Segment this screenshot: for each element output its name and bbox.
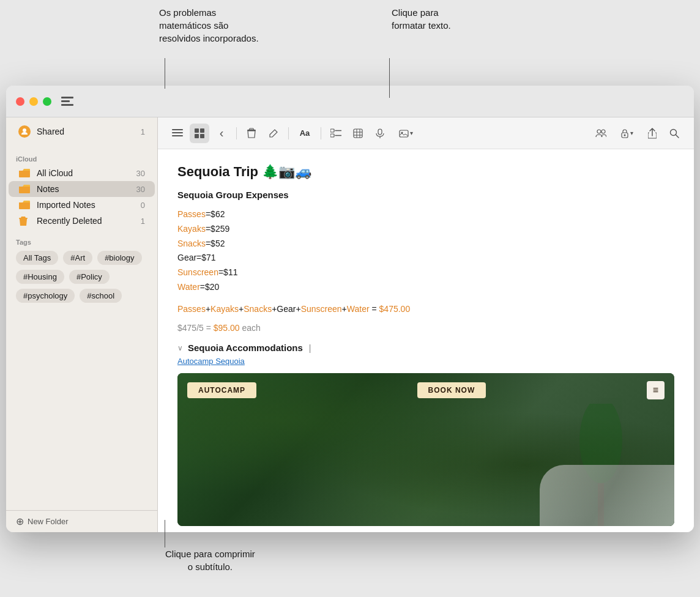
imported-label: Imported Notes [37,200,135,210]
svg-rect-2 [61,104,73,106]
attachment-button[interactable]: ▾ [392,124,419,143]
collaboration-button[interactable] [591,124,611,143]
folder-icon-imported [18,200,31,210]
separator-2 [288,127,289,139]
compose-button[interactable] [264,124,283,143]
table-button[interactable] [348,124,368,143]
svg-rect-1 [61,100,70,102]
svg-rect-22 [378,129,382,135]
sidebar-item-notes[interactable]: Notes 30 [9,181,155,197]
sidebar-item-shared[interactable]: Shared 1 [9,122,155,141]
section-header: ∨ Sequoia Accommodations | [177,343,674,353]
expense-gear: Gear=$71 [177,251,674,265]
math-annotation: Os problemasmatemáticos sãoresolvidos in… [159,6,259,45]
web-preview: AUTOCAMP BOOK NOW ≡ [177,373,674,526]
note-title: Sequoia Trip 🌲📷🚙 [177,164,674,180]
content-area: Shared 1 iCloud All iCloud 30 [6,117,694,532]
format-annotation: Clique paraformatar texto. [392,6,451,32]
search-button[interactable] [665,124,684,143]
tag-art[interactable]: #Art [63,251,92,265]
svg-rect-13 [330,129,334,132]
deleted-label: Recently Deleted [37,216,135,226]
expense-snacks: Snacks=$52 [177,237,674,251]
grid-view-button[interactable] [190,124,209,143]
cursor-indicator: | [309,343,311,353]
sidebar-item-deleted[interactable]: Recently Deleted 1 [9,213,155,229]
collapse-button[interactable]: ∨ [177,344,183,352]
list-view-button[interactable] [168,124,187,143]
note-subtitle: Sequoia Group Expenses [177,190,674,200]
main-content: ‹ Aa [158,117,694,532]
shared-icon [18,125,31,138]
sidebar-item-all-icloud[interactable]: All iCloud 30 [9,165,155,181]
tag-all-tags[interactable]: All Tags [16,251,58,265]
svg-rect-24 [400,130,408,137]
svg-rect-17 [354,129,362,138]
maximize-button[interactable] [43,97,51,106]
sidebar: Shared 1 iCloud All iCloud 30 [6,117,158,532]
book-now-button[interactable]: BOOK NOW [417,382,486,398]
audio-button[interactable] [370,124,390,143]
math-sum-line: Passes+Kayaks+Snacks+Gear+Sunscreen+Wate… [177,302,674,316]
callout-line-math [165,58,165,89]
back-button[interactable]: ‹ [212,124,231,143]
section-title: Sequoia Accommodations [188,343,303,353]
checklist-button[interactable] [326,124,346,143]
svg-rect-4 [19,218,28,219]
notes-label: Notes [37,184,130,194]
folder-icon [18,168,31,178]
plus-icon: ⊕ [16,516,24,527]
imported-count: 0 [141,201,145,210]
trash-icon [18,216,31,226]
svg-rect-11 [200,134,204,138]
autocamp-logo-button[interactable]: AUTOCAMP [187,382,256,398]
shared-count: 1 [141,127,145,136]
all-icloud-count: 30 [136,169,145,178]
shared-label: Shared [37,127,135,136]
new-folder-button[interactable]: ⊕ New Folder [6,510,157,532]
svg-rect-6 [172,132,183,133]
expense-kayaks: Kayaks=$259 [177,222,674,237]
web-menu-button[interactable]: ≡ [647,381,665,399]
app-window: Shared 1 iCloud All iCloud 30 [6,86,694,532]
all-icloud-label: All iCloud [37,168,130,178]
deleted-count: 1 [141,217,145,226]
tag-policy[interactable]: #Policy [69,270,110,284]
shared-section: Shared 1 [6,117,157,146]
svg-point-3 [23,128,26,132]
new-folder-label: New Folder [28,517,68,526]
autocamp-link[interactable]: Autocamp Sequoia [177,357,674,366]
callout-line-collapse [165,520,165,547]
tag-biology[interactable]: #biology [97,251,141,265]
svg-rect-15 [330,134,334,137]
svg-rect-7 [172,135,183,136]
separator-3 [321,127,321,139]
expense-water: Water=$20 [177,280,674,295]
tag-housing[interactable]: #Housing [16,270,64,284]
collapse-annotation: Clique para comprimiro subtítulo. [165,547,255,573]
sidebar-item-imported[interactable]: Imported Notes 0 [9,197,155,213]
share-button[interactable] [642,124,662,143]
expense-passes: Passes=$62 [177,207,674,222]
icloud-label: iCloud [6,150,157,165]
toolbar: ‹ Aa [158,117,694,149]
tags-label: Tags [16,239,147,246]
close-button[interactable] [16,97,24,106]
expense-sunscreen: Sunscreen=$11 [177,265,674,280]
callout-line-format [389,58,390,98]
tag-school[interactable]: #school [80,289,122,303]
delete-button[interactable] [242,124,261,143]
icloud-section: iCloud All iCloud 30 [6,146,157,234]
airstream-shape [540,465,674,526]
tag-psychology[interactable]: #psychology [16,289,75,303]
svg-rect-0 [61,97,73,98]
lock-button[interactable]: ▾ [613,124,640,143]
sidebar-toggle-button[interactable] [61,97,73,106]
note-editor[interactable]: Sequoia Trip 🌲📷🚙 Sequoia Group Expenses … [158,149,694,532]
tags-grid: All Tags #Art #biology #Housing #Policy … [16,251,147,303]
svg-point-27 [601,130,605,133]
minimize-button[interactable] [29,97,38,106]
web-preview-header: AUTOCAMP BOOK NOW ≡ [177,373,674,407]
format-button[interactable]: Aa [294,124,316,143]
title-bar [6,86,694,117]
